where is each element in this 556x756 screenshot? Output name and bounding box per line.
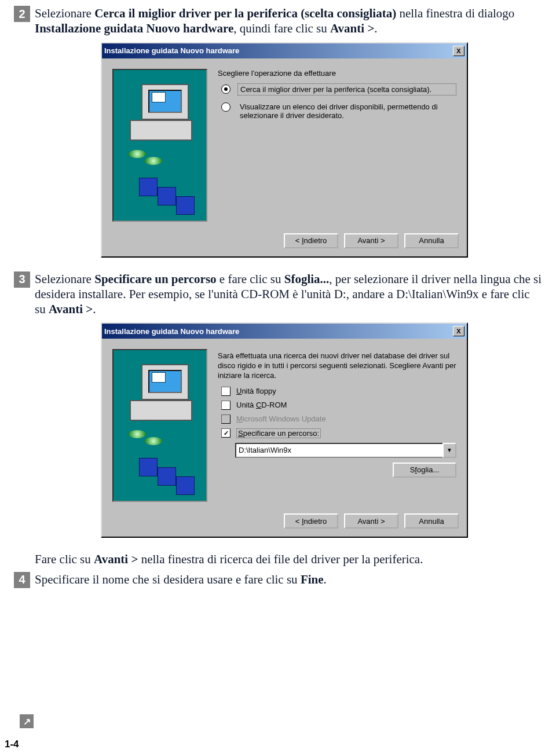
radio-list-drivers[interactable]: Visualizzare un elenco dei driver dispon… [218,101,456,121]
step-text: Selezionare Specificare un percorso e fa… [35,271,542,317]
browse-button[interactable]: Sfoglia... [393,463,456,478]
window-title: Installazione guidata Nuovo hardware [104,327,453,336]
back-button[interactable]: < Indietro [284,513,338,529]
radio-label: Cerca il miglior driver per la periferic… [237,83,456,96]
instruction-text: Sarà effettuata una ricerca dei nuovi dr… [218,351,456,381]
wizard-image [112,69,207,222]
step-3: 3 Selezionare Specificare un percorso e … [14,271,542,317]
step-text: Selezionare Cerca il miglior driver per … [35,6,542,36]
step-3b: Fare clic su Avanti > nella finestra di … [14,552,542,567]
page-number: 1-4 [5,739,19,750]
titlebar: Installazione guidata Nuovo hardware X [102,43,467,58]
checkbox-icon [221,387,231,396]
checkbox-cdrom[interactable]: Unità CD-ROM [218,401,456,410]
cancel-button[interactable]: Annulla [404,233,459,248]
radio-icon [221,102,231,112]
checkbox-floppy[interactable]: Unità floppy [218,387,456,396]
titlebar: Installazione guidata Nuovo hardware X [102,324,467,339]
next-button[interactable]: Avanti > [344,513,398,529]
checkbox-specify-path[interactable]: Specificare un percorso: [218,428,456,438]
arrow-icon: ↗ [20,714,34,728]
checkbox-windows-update: Microsoft Windows Update [218,414,456,424]
checkbox-icon [221,428,231,438]
back-button[interactable]: < Indietro [284,233,338,248]
checkbox-icon [221,414,231,424]
step-number: 2 [14,6,30,22]
step-number: 4 [14,572,30,588]
prompt-text: Scegliere l'operazione da effettuare [218,69,456,78]
wizard-dialog-2: Installazione guidata Nuovo hardware X S… [101,322,542,538]
wizard-image [112,349,207,502]
close-button[interactable]: X [453,326,464,336]
radio-best-driver[interactable]: Cerca il miglior driver per la periferic… [218,83,456,96]
step-text: Specificare il nome che si desidera usar… [35,572,327,587]
cancel-button[interactable]: Annulla [404,513,459,529]
radio-label: Visualizzare un elenco dei driver dispon… [237,101,456,121]
radio-icon [221,85,231,94]
step-number: 3 [14,271,30,288]
next-button[interactable]: Avanti > [344,233,398,248]
dropdown-button[interactable]: ▼ [442,443,456,458]
checkbox-icon [221,401,231,410]
step-text: Fare clic su Avanti > nella finestra di … [35,552,423,567]
wizard-dialog-1: Installazione guidata Nuovo hardware X S… [101,42,542,258]
path-input[interactable]: D:\Italian\Win9x [235,443,444,458]
close-button[interactable]: X [453,46,464,56]
window-title: Installazione guidata Nuovo hardware [104,46,453,55]
step-2: 2 Selezionare Cerca il miglior driver pe… [14,6,542,36]
step-4: 4 Specificare il nome che si desidera us… [14,572,542,588]
